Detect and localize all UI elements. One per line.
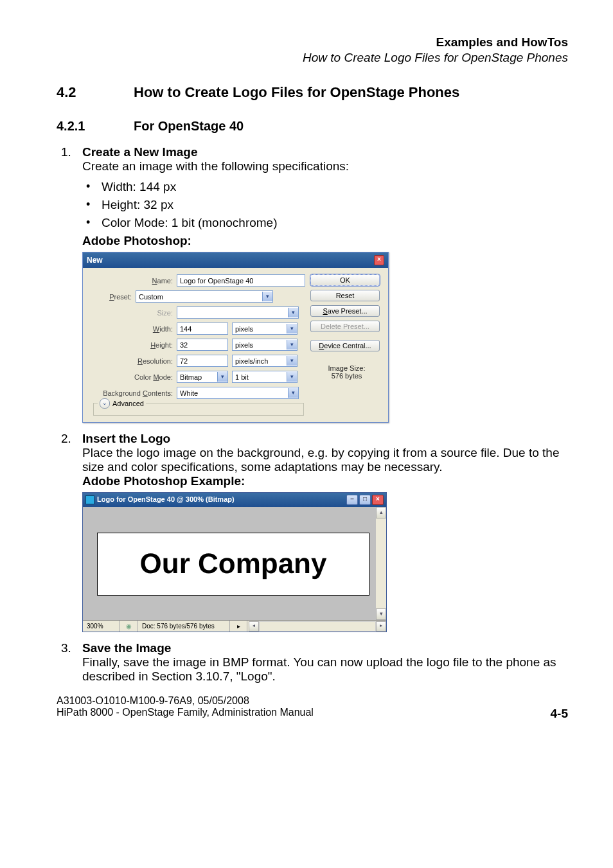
doc-size: Doc: 576 bytes/576 bytes	[138, 621, 230, 632]
size-select: ▾	[177, 306, 299, 319]
lbl-width: idth:	[159, 325, 173, 333]
image-canvas: Our Company	[97, 533, 369, 596]
page-header: Examples and HowTos How to Create Logo F…	[57, 35, 568, 65]
lbl-colormode: ode:	[159, 373, 173, 381]
step1-title: Create a New Image	[82, 145, 568, 159]
scroll-down-icon[interactable]: ▾	[376, 608, 386, 620]
chevron-down-icon: ▾	[262, 292, 272, 301]
delete-preset-button: Delete Preset...	[310, 321, 380, 332]
page: Examples and HowTos How to Create Logo F…	[0, 0, 613, 744]
page-number: 4-5	[551, 707, 568, 721]
lbl-bg: ontents:	[148, 389, 173, 397]
header-subtitle: How to Create Logo Files for OpenStage P…	[57, 51, 568, 65]
horizontal-scrollbar[interactable]: ◂ ▸	[249, 621, 386, 632]
step1-app-label: Adobe Photoshop:	[82, 234, 568, 248]
spec-colormode: Color Mode: 1 bit (monochrome)	[102, 216, 568, 230]
close-icon[interactable]: ×	[372, 495, 384, 505]
section-heading: 4.2 How to Create Logo Files for OpenSta…	[57, 84, 568, 101]
advanced-label: Advanced	[112, 400, 144, 407]
section-number: 4.2	[57, 84, 134, 101]
step1-body: Create an image with the following speci…	[82, 159, 568, 173]
name-input[interactable]	[177, 274, 305, 287]
footer-line2: HiPath 8000 - OpenStage Family, Administ…	[57, 707, 314, 718]
subsection-title: For OpenStage 40	[134, 119, 244, 134]
scroll-up-icon[interactable]: ▴	[376, 507, 386, 518]
page-footer: A31003-O1010-M100-9-76A9, 05/05/2008 HiP…	[57, 695, 568, 718]
depth-select[interactable]: 1 bit▾	[232, 371, 298, 383]
lbl-resolution: esolution:	[143, 357, 173, 365]
status-bar: 300% ◉ Doc: 576 bytes/576 bytes ▸ ◂ ▸	[83, 620, 386, 632]
step3-body: Finally, save the image in BMP format. Y…	[82, 655, 568, 684]
chevron-down-icon: ▾	[287, 340, 297, 350]
photoshop-canvas-window: Logo for OpenStage 40 @ 300% (Bitmap) – …	[82, 492, 387, 632]
header-title: Examples and HowTos	[57, 35, 568, 49]
dialog-title: New	[87, 256, 103, 265]
lbl-height: eight:	[155, 341, 173, 349]
resolution-input[interactable]	[177, 355, 228, 367]
resolution-unit-select[interactable]: pixels/inch▾	[232, 355, 298, 367]
chevron-down-icon: ▾	[288, 388, 298, 398]
ok-button[interactable]: OK	[310, 274, 380, 286]
chevron-down-icon: ▾	[288, 308, 298, 317]
step-1: Create a New Image Create an image with …	[75, 145, 568, 423]
zoom-level[interactable]: 300%	[83, 621, 120, 632]
status-icon: ◉	[120, 621, 138, 632]
chevron-down-icon[interactable]: ⌄	[100, 398, 110, 409]
vertical-scrollbar[interactable]: ▴ ▾	[376, 507, 386, 620]
chevron-down-icon: ▾	[287, 324, 297, 333]
subsection-number: 4.2.1	[57, 119, 134, 134]
footer-line1: A31003-O1010-M100-9-76A9, 05/05/2008	[57, 695, 568, 707]
chevron-down-icon: ▾	[217, 372, 227, 382]
height-unit-select[interactable]: pixels▾	[232, 339, 298, 351]
window-titlebar[interactable]: Logo for OpenStage 40 @ 300% (Bitmap) – …	[83, 493, 386, 507]
lbl-name: ame:	[157, 277, 173, 285]
lbl-preset: reset:	[114, 293, 132, 301]
step-3: Save the Image Finally, save the image i…	[75, 641, 568, 684]
step-2: Insert the Logo Place the logo image on …	[75, 432, 568, 632]
step2-title: Insert the Logo	[82, 432, 568, 446]
chevron-down-icon: ▾	[287, 372, 297, 382]
device-central-button[interactable]: Device Central...	[310, 340, 380, 351]
width-input[interactable]	[177, 323, 228, 335]
spec-width: Width: 144 px	[102, 180, 568, 194]
scroll-right-icon[interactable]: ▸	[376, 621, 386, 632]
colormode-select[interactable]: Bitmap▾	[177, 371, 228, 383]
flyout-icon[interactable]: ▸	[230, 621, 247, 632]
subsection-heading: 4.2.1 For OpenStage 40	[57, 119, 568, 134]
save-preset-button[interactable]: Save Preset...	[310, 305, 380, 317]
advanced-fieldset: ⌄ Advanced	[93, 403, 304, 416]
photoshop-icon	[85, 495, 94, 504]
chevron-down-icon: ▾	[287, 356, 297, 366]
width-unit-select[interactable]: pixels▾	[232, 323, 298, 335]
step2-body: Place the logo image on the background, …	[82, 446, 568, 474]
logo-text: Our Company	[140, 548, 327, 580]
reset-button[interactable]: Reset	[310, 290, 380, 301]
scroll-left-icon[interactable]: ◂	[249, 621, 259, 632]
preset-select[interactable]: Custom▾	[136, 290, 273, 303]
imagesize-value: 576 bytes	[310, 372, 383, 380]
lbl-size: Size:	[157, 309, 173, 317]
dialog-titlebar[interactable]: New ×	[83, 252, 388, 268]
section-title: How to Create Logo Files for OpenStage P…	[134, 84, 459, 101]
step2-app-label: Adobe Photoshop Example:	[82, 474, 568, 488]
close-icon[interactable]: ×	[374, 255, 384, 265]
height-input[interactable]	[177, 339, 228, 351]
step3-title: Save the Image	[82, 641, 568, 655]
minimize-icon[interactable]: –	[346, 495, 358, 505]
bg-select[interactable]: White▾	[177, 387, 299, 399]
steps-list: Create a New Image Create an image with …	[57, 145, 568, 684]
spec-height: Height: 32 px	[102, 198, 568, 212]
canvas-area[interactable]: Our Company	[83, 507, 376, 620]
photoshop-new-dialog: New × Name: Preset: Custom▾	[82, 252, 389, 423]
imagesize-label: Image Size:	[310, 364, 383, 372]
maximize-icon[interactable]: □	[359, 495, 371, 505]
spec-list: Width: 144 px Height: 32 px Color Mode: …	[82, 180, 568, 230]
window-title: Logo for OpenStage 40 @ 300% (Bitmap)	[97, 495, 235, 503]
